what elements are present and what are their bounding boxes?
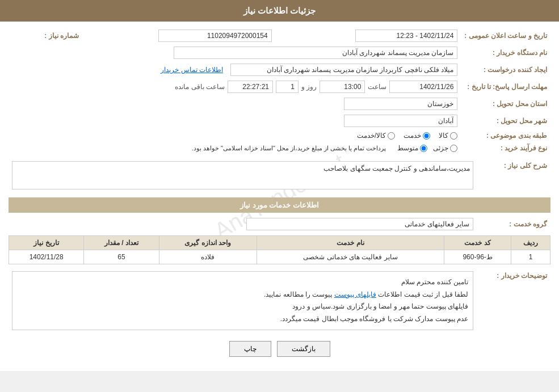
- chap-button[interactable]: چاپ: [229, 341, 271, 357]
- tozihat-line2: لطفا قبل از ثبت قیمت اطلاعات فایلهای پیو…: [17, 289, 468, 301]
- radio-kalakhadamat-label: کالا/خدمت: [357, 132, 386, 140]
- shomare-niaz-label: شماره نیاز :: [9, 27, 82, 44]
- bazgasht-button[interactable]: بازگشت: [277, 341, 330, 357]
- mohlat-irsal-label: مهلت ارسال پاسخ: تا تاریخ :: [461, 78, 550, 95]
- garoh-table: گروه خدمت : سایر فعالیتهای خدماتی: [9, 216, 550, 233]
- cell-tarikh: 1402/11/28: [9, 250, 84, 264]
- eijad-konande-label: ایجاد کننده درخواست :: [461, 61, 550, 78]
- tabaghe-label: طبقه بندی موضوعی :: [461, 129, 550, 142]
- page-header: جزئیات اطلاعات نیاز: [0, 0, 559, 22]
- radio-motevaset-item: متوسط: [397, 144, 427, 152]
- response-date: 1402/11/26: [389, 81, 457, 93]
- radio-motevaset[interactable]: [420, 145, 427, 152]
- table-row: 1 ط-96-960 سایر فعالیت های خدماتی شخصی ف…: [9, 250, 550, 264]
- radio-kala-label: کالا: [439, 132, 448, 140]
- sharh-label: شرح کلی نیاز :: [477, 159, 550, 192]
- radio-kalakhadamat-item: کالا/خدمت: [357, 132, 395, 140]
- ostan-value: خوزستان: [344, 98, 457, 110]
- buttons-row: بازگشت چاپ: [9, 341, 550, 357]
- tozihat-table: توضیحات خریدار : تامین کننده محترم سلام …: [9, 269, 550, 332]
- radio-jozee-item: جزئی: [433, 144, 457, 152]
- radio-jozee-label: جزئی: [433, 144, 448, 152]
- radio-kalakhadamat[interactable]: [388, 132, 395, 140]
- purchase-desc: پرداخت تمام یا بخشی از مبلغ خرید،از محل …: [192, 145, 386, 152]
- tozihat-line4: عدم پیوست مدارک شرکت یا فروشگاه موجب ابط…: [17, 313, 468, 326]
- garoh-label: گروه خدمت :: [477, 216, 550, 233]
- response-time: 13:00: [320, 81, 365, 93]
- inner-content: تاریخ و ساعت اعلان عمومی : 1402/11/24 - …: [9, 27, 550, 357]
- page-container: جزئیات اطلاعات نیاز AnaTender.net تاریخ …: [0, 0, 559, 371]
- ostan-label: استان محل تحویل :: [461, 95, 550, 112]
- main-content: AnaTender.net تاریخ و ساعت اعلان عمومی :…: [0, 22, 559, 371]
- radio-motevaset-label: متوسط: [397, 144, 418, 152]
- tozihat-line3: فایلهای پیوست حتما مهر و امضا و بارگزاری…: [17, 301, 468, 313]
- buyer-desc-box: تامین کننده محترم سلام لطفا قبل از ثبت ق…: [12, 271, 473, 330]
- cell-tedad: 65: [84, 250, 159, 264]
- shahr-label: شهر محل تحویل :: [461, 112, 550, 129]
- info-table: تاریخ و ساعت اعلان عمومی : 1402/11/24 - …: [9, 27, 550, 154]
- tozihat-line1: تامین کننده محترم سلام: [17, 276, 468, 289]
- contact-link[interactable]: اطلاعات تماس خریدار: [161, 66, 223, 74]
- baghimande-label: ساعت باقی مانده: [175, 83, 225, 91]
- tozihat-label: توضیحات خریدار :: [477, 269, 550, 332]
- nam-dastgah-label: نام دستگاه خریدار :: [461, 44, 550, 61]
- tarikh-value: 1402/11/24 - 12:23: [355, 29, 457, 42]
- cell-radif: 1: [511, 250, 550, 264]
- noe-farayand-label: نوع فرآیند خرید :: [461, 142, 550, 154]
- col-vahed: واحد اندازه گیری: [159, 236, 257, 250]
- radio-khadamat-item: خدمت: [404, 132, 430, 140]
- rooz-label: روز و: [301, 83, 317, 91]
- sharh-value: مدیریت،ساماندهی و کنترل جمعیت سگهای بلاص…: [12, 161, 473, 189]
- khadamat-section-title: اطلاعات خدمات مورد نیاز: [9, 197, 550, 213]
- tarikh-label: تاریخ و ساعت اعلان عمومی :: [461, 27, 550, 44]
- khadamat-data-table: ردیف کد خدمت نام خدمت واحد اندازه گیری ت…: [9, 235, 550, 264]
- shahr-value: آبادان: [344, 115, 457, 127]
- radio-jozee[interactable]: [450, 145, 457, 152]
- saat-label: ساعت: [368, 83, 386, 91]
- col-radif: ردیف: [511, 236, 550, 250]
- cell-kod: ط-96-960: [444, 250, 511, 264]
- eijad-konande-value: میلاد فلکی نافچی کاربرداز سازمان مدیریت …: [230, 64, 457, 76]
- col-nam: نام خدمت: [257, 236, 444, 250]
- cell-vahed: فلاده: [159, 250, 257, 264]
- radio-khadamat[interactable]: [423, 132, 430, 140]
- col-tedad: تعداد / مقدار: [84, 236, 159, 250]
- response-days: 1: [276, 81, 299, 93]
- radio-khadamat-label: خدمت: [404, 132, 421, 140]
- col-kod: کد خدمت: [444, 236, 511, 250]
- radio-kala-item: کالا: [439, 132, 457, 140]
- nam-dastgah-value: سازمان مدیریت پسماند شهرداری آبادان: [174, 47, 457, 59]
- sharh-table: شرح کلی نیاز : مدیریت،ساماندهی و کنترل ج…: [9, 159, 550, 192]
- cell-nam: سایر فعالیت های خدماتی شخصی: [257, 250, 444, 264]
- page-title: جزئیات اطلاعات نیاز: [243, 6, 316, 15]
- baghimande-value: 22:27:21: [228, 81, 273, 93]
- radio-kala[interactable]: [450, 132, 457, 140]
- garoh-value: سایر فعالیتهای خدماتی: [246, 218, 473, 230]
- tozihat-link[interactable]: فایلهای پیوست: [334, 290, 376, 298]
- shomare-niaz-value: 1102094972000154: [158, 29, 272, 42]
- col-tarikh: تاریخ نیاز: [9, 236, 84, 250]
